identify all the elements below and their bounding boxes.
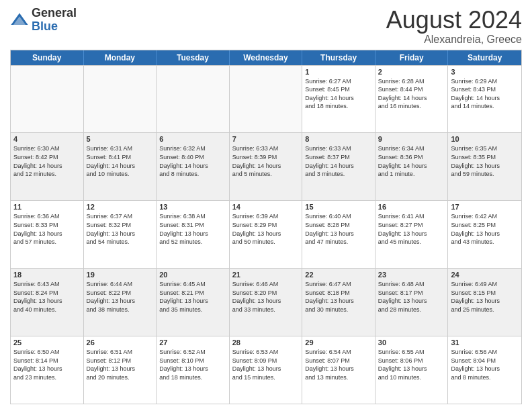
- day-number: 12: [87, 203, 154, 211]
- day-cell-16: 16Sunrise: 6:41 AMSunset: 8:27 PMDayligh…: [375, 201, 449, 268]
- cell-info: Sunrise: 6:36 AMSunset: 8:33 PMDaylight:…: [13, 212, 81, 246]
- day-number: 23: [378, 271, 445, 279]
- header-day-thursday: Thursday: [302, 50, 375, 65]
- calendar-row-3: 18Sunrise: 6:43 AMSunset: 8:24 PMDayligh…: [11, 268, 521, 336]
- day-number: 30: [378, 338, 445, 347]
- day-cell-5: 5Sunrise: 6:31 AMSunset: 8:41 PMDaylight…: [84, 133, 157, 200]
- day-number: 19: [87, 271, 154, 279]
- day-number: 5: [87, 135, 154, 143]
- title-block: August 2024 Alexandreia, Greece: [386, 7, 522, 46]
- day-number: 13: [159, 203, 226, 211]
- cell-info: Sunrise: 6:27 AMSunset: 8:45 PMDaylight:…: [305, 77, 372, 111]
- day-cell-27: 27Sunrise: 6:52 AMSunset: 8:10 PMDayligh…: [157, 336, 230, 404]
- logo-icon: [10, 11, 29, 30]
- logo-blue: Blue: [32, 20, 77, 34]
- day-cell-1: 1Sunrise: 6:27 AMSunset: 8:45 PMDaylight…: [302, 66, 375, 133]
- day-number: 6: [159, 135, 226, 143]
- cell-info: Sunrise: 6:44 AMSunset: 8:22 PMDaylight:…: [87, 280, 154, 314]
- cell-info: Sunrise: 6:41 AMSunset: 8:27 PMDaylight:…: [378, 212, 445, 246]
- day-number: 10: [451, 135, 519, 143]
- header-day-monday: Monday: [84, 50, 157, 65]
- empty-cell: [157, 66, 230, 133]
- day-cell-29: 29Sunrise: 6:54 AMSunset: 8:07 PMDayligh…: [302, 336, 375, 404]
- day-number: 18: [13, 271, 81, 279]
- empty-cell: [11, 66, 84, 133]
- day-cell-11: 11Sunrise: 6:36 AMSunset: 8:33 PMDayligh…: [11, 201, 84, 268]
- day-number: 27: [159, 338, 226, 347]
- cell-info: Sunrise: 6:28 AMSunset: 8:44 PMDaylight:…: [378, 77, 445, 111]
- logo-general: General: [32, 7, 77, 20]
- cell-info: Sunrise: 6:40 AMSunset: 8:28 PMDaylight:…: [305, 212, 372, 246]
- day-cell-3: 3Sunrise: 6:29 AMSunset: 8:43 PMDaylight…: [448, 66, 521, 133]
- day-number: 31: [451, 338, 519, 347]
- day-cell-30: 30Sunrise: 6:55 AMSunset: 8:06 PMDayligh…: [375, 336, 449, 404]
- day-number: 28: [232, 338, 300, 347]
- day-number: 25: [13, 338, 81, 347]
- day-cell-21: 21Sunrise: 6:46 AMSunset: 8:20 PMDayligh…: [230, 269, 303, 336]
- cell-info: Sunrise: 6:52 AMSunset: 8:10 PMDaylight:…: [159, 348, 226, 381]
- day-number: 7: [232, 135, 300, 143]
- cell-info: Sunrise: 6:38 AMSunset: 8:31 PMDaylight:…: [159, 212, 226, 246]
- title-month: August 2024: [386, 7, 522, 34]
- day-cell-22: 22Sunrise: 6:47 AMSunset: 8:18 PMDayligh…: [302, 269, 375, 336]
- cell-info: Sunrise: 6:43 AMSunset: 8:24 PMDaylight:…: [13, 280, 81, 314]
- day-cell-8: 8Sunrise: 6:33 AMSunset: 8:37 PMDaylight…: [302, 133, 375, 200]
- cell-info: Sunrise: 6:37 AMSunset: 8:32 PMDaylight:…: [87, 212, 154, 246]
- cell-info: Sunrise: 6:42 AMSunset: 8:25 PMDaylight:…: [451, 212, 519, 246]
- day-cell-6: 6Sunrise: 6:32 AMSunset: 8:40 PMDaylight…: [157, 133, 230, 200]
- cell-info: Sunrise: 6:46 AMSunset: 8:20 PMDaylight:…: [232, 280, 300, 314]
- cell-info: Sunrise: 6:31 AMSunset: 8:41 PMDaylight:…: [87, 144, 154, 178]
- header: General Blue August 2024 Alexandreia, Gr…: [10, 7, 522, 46]
- empty-cell: [230, 66, 303, 133]
- day-number: 26: [87, 338, 154, 347]
- day-number: 3: [451, 68, 519, 76]
- cell-info: Sunrise: 6:53 AMSunset: 8:09 PMDaylight:…: [232, 348, 300, 381]
- cell-info: Sunrise: 6:35 AMSunset: 8:35 PMDaylight:…: [451, 144, 519, 178]
- cell-info: Sunrise: 6:34 AMSunset: 8:36 PMDaylight:…: [378, 144, 445, 178]
- day-cell-31: 31Sunrise: 6:56 AMSunset: 8:04 PMDayligh…: [448, 336, 521, 404]
- day-number: 15: [305, 203, 372, 211]
- day-cell-7: 7Sunrise: 6:33 AMSunset: 8:39 PMDaylight…: [230, 133, 303, 200]
- header-day-sunday: Sunday: [11, 50, 84, 65]
- day-number: 17: [451, 203, 519, 211]
- day-cell-13: 13Sunrise: 6:38 AMSunset: 8:31 PMDayligh…: [157, 201, 230, 268]
- day-cell-24: 24Sunrise: 6:49 AMSunset: 8:15 PMDayligh…: [448, 269, 521, 336]
- header-day-tuesday: Tuesday: [157, 50, 230, 65]
- day-number: 21: [232, 271, 300, 279]
- day-number: 11: [13, 203, 81, 211]
- day-number: 1: [305, 68, 372, 76]
- header-day-saturday: Saturday: [448, 50, 521, 65]
- header-day-friday: Friday: [375, 50, 449, 65]
- cell-info: Sunrise: 6:33 AMSunset: 8:39 PMDaylight:…: [232, 144, 300, 178]
- day-cell-15: 15Sunrise: 6:40 AMSunset: 8:28 PMDayligh…: [302, 201, 375, 268]
- day-number: 22: [305, 271, 372, 279]
- calendar-row-2: 11Sunrise: 6:36 AMSunset: 8:33 PMDayligh…: [11, 200, 521, 268]
- day-number: 8: [305, 135, 372, 143]
- day-number: 16: [378, 203, 445, 211]
- day-cell-18: 18Sunrise: 6:43 AMSunset: 8:24 PMDayligh…: [11, 269, 84, 336]
- cell-info: Sunrise: 6:51 AMSunset: 8:12 PMDaylight:…: [87, 348, 154, 381]
- day-cell-10: 10Sunrise: 6:35 AMSunset: 8:35 PMDayligh…: [448, 133, 521, 200]
- day-number: 24: [451, 271, 519, 279]
- cell-info: Sunrise: 6:49 AMSunset: 8:15 PMDaylight:…: [451, 280, 519, 314]
- day-cell-2: 2Sunrise: 6:28 AMSunset: 8:44 PMDaylight…: [375, 66, 449, 133]
- cell-info: Sunrise: 6:47 AMSunset: 8:18 PMDaylight:…: [305, 280, 372, 314]
- header-day-wednesday: Wednesday: [230, 50, 303, 65]
- day-number: 4: [13, 135, 81, 143]
- cell-info: Sunrise: 6:30 AMSunset: 8:42 PMDaylight:…: [13, 144, 81, 178]
- day-cell-26: 26Sunrise: 6:51 AMSunset: 8:12 PMDayligh…: [84, 336, 157, 404]
- empty-cell: [84, 66, 157, 133]
- calendar-row-4: 25Sunrise: 6:50 AMSunset: 8:14 PMDayligh…: [11, 336, 521, 404]
- day-number: 29: [305, 338, 372, 347]
- calendar: SundayMondayTuesdayWednesdayThursdayFrid…: [10, 50, 522, 404]
- day-cell-17: 17Sunrise: 6:42 AMSunset: 8:25 PMDayligh…: [448, 201, 521, 268]
- day-cell-9: 9Sunrise: 6:34 AMSunset: 8:36 PMDaylight…: [375, 133, 449, 200]
- cell-info: Sunrise: 6:55 AMSunset: 8:06 PMDaylight:…: [378, 348, 445, 381]
- day-number: 14: [232, 203, 300, 211]
- cell-info: Sunrise: 6:32 AMSunset: 8:40 PMDaylight:…: [159, 144, 226, 178]
- day-cell-28: 28Sunrise: 6:53 AMSunset: 8:09 PMDayligh…: [230, 336, 303, 404]
- cell-info: Sunrise: 6:33 AMSunset: 8:37 PMDaylight:…: [305, 144, 372, 178]
- cell-info: Sunrise: 6:54 AMSunset: 8:07 PMDaylight:…: [305, 348, 372, 381]
- cell-info: Sunrise: 6:48 AMSunset: 8:17 PMDaylight:…: [378, 280, 445, 314]
- cell-info: Sunrise: 6:56 AMSunset: 8:04 PMDaylight:…: [451, 348, 519, 381]
